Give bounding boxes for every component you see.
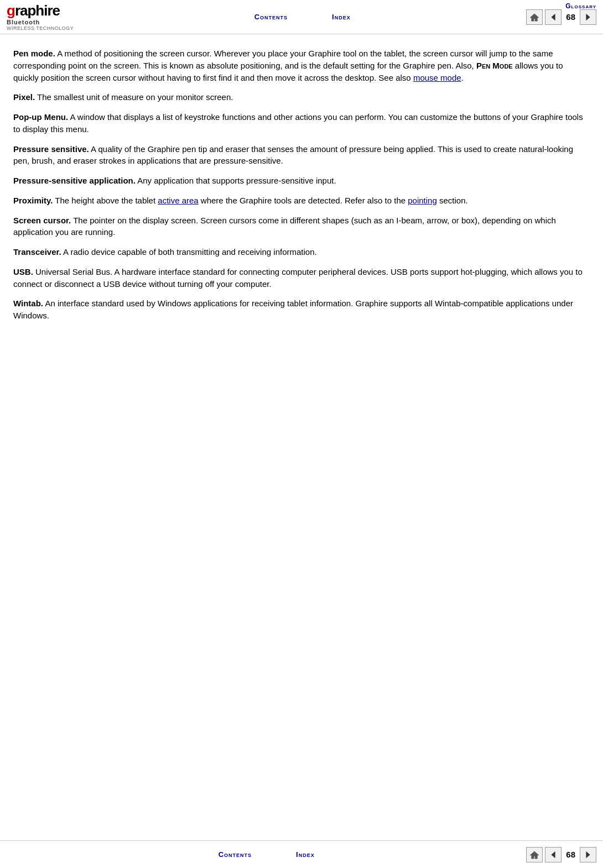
svg-marker-5 bbox=[586, 851, 590, 858]
term-proximity: Proximity. bbox=[13, 196, 53, 205]
top-navigation: Glossary graphire Bluetooth WIRELESS TEC… bbox=[0, 0, 603, 34]
next-icon-bottom bbox=[583, 850, 593, 860]
nav-center: Contents Index bbox=[79, 13, 526, 21]
proximity-body1: The height above the tablet bbox=[55, 196, 158, 205]
logo-area: graphire Bluetooth WIRELESS TECHNOLOGY bbox=[7, 3, 79, 31]
svg-marker-1 bbox=[552, 13, 555, 20]
svg-marker-0 bbox=[530, 13, 539, 21]
term-transceiver: Transceiver. bbox=[13, 247, 61, 257]
pixel-body: The smallest unit of measure on your mon… bbox=[37, 92, 233, 102]
term-usb: USB. bbox=[13, 267, 33, 276]
pen-mode-body1: A method of positioning the screen curso… bbox=[13, 49, 553, 70]
svg-marker-3 bbox=[530, 851, 539, 859]
page-number-bottom: 68 bbox=[566, 850, 575, 859]
term-screen-cursor: Screen cursor. bbox=[13, 216, 71, 225]
pen-mode-body3: . bbox=[461, 73, 464, 82]
wintab-body: An interface standard used by Windows ap… bbox=[13, 299, 573, 320]
nav-index-top[interactable]: Index bbox=[332, 13, 351, 21]
entry-screen-cursor: Screen cursor. The pointer on the displa… bbox=[13, 215, 583, 239]
logo-bluetooth: Bluetooth bbox=[7, 19, 40, 25]
logo-g: g bbox=[7, 2, 15, 19]
pointing-link[interactable]: pointing bbox=[408, 196, 437, 205]
logo-text: graphire bbox=[7, 3, 60, 18]
entry-pen-mode: Pen mode. A method of positioning the sc… bbox=[13, 48, 583, 83]
proximity-body2: where the Graphire tools are detected. R… bbox=[199, 196, 408, 205]
term-pen-mode: Pen mode. bbox=[13, 49, 55, 58]
entry-transceiver: Transceiver. A radio device capable of b… bbox=[13, 246, 583, 258]
nav-contents-bottom[interactable]: Contents bbox=[219, 850, 252, 859]
entry-usb: USB. Universal Serial Bus. A hardware in… bbox=[13, 266, 583, 290]
prev-button-bottom[interactable] bbox=[545, 847, 562, 862]
mouse-mode-link[interactable]: mouse mode bbox=[413, 73, 461, 82]
prev-icon-bottom bbox=[548, 850, 558, 860]
term-pressure-sensitive-app: Pressure-sensitive application. bbox=[13, 176, 136, 185]
active-area-link[interactable]: active area bbox=[158, 196, 198, 205]
nav-index-bottom[interactable]: Index bbox=[296, 850, 315, 859]
entry-pressure-sensitive: Pressure sensitive. A quality of the Gra… bbox=[13, 143, 583, 168]
term-wintab: Wintab. bbox=[13, 299, 43, 308]
nav-contents-top[interactable]: Contents bbox=[254, 13, 288, 21]
term-popup-menu: Pop-up Menu. bbox=[13, 112, 68, 122]
svg-marker-2 bbox=[586, 13, 590, 20]
glossary-link[interactable]: Glossary bbox=[565, 2, 596, 10]
main-content: Pen mode. A method of positioning the sc… bbox=[0, 34, 603, 343]
prev-button[interactable] bbox=[545, 9, 562, 25]
bottom-nav-center: Contents Index bbox=[7, 850, 526, 859]
svg-marker-4 bbox=[552, 851, 555, 858]
bottom-navigation: Contents Index 68 bbox=[0, 840, 603, 868]
term-pressure-sensitive: Pressure sensitive. bbox=[13, 144, 89, 154]
entry-popup-menu: Pop-up Menu. A window that displays a li… bbox=[13, 111, 583, 135]
prev-icon bbox=[548, 12, 558, 22]
pressure-sensitive-app-body: Any application that supports pressure-s… bbox=[137, 176, 336, 185]
home-button-bottom[interactable] bbox=[526, 847, 543, 862]
entry-pixel: Pixel. The smallest unit of measure on y… bbox=[13, 91, 583, 103]
transceiver-body: A radio device capable of both transmitt… bbox=[63, 247, 317, 257]
entry-proximity: Proximity. The height above the tablet a… bbox=[13, 195, 583, 207]
home-icon bbox=[529, 12, 539, 22]
term-pixel: Pixel. bbox=[13, 92, 35, 102]
proximity-body3: section. bbox=[437, 196, 468, 205]
home-button[interactable] bbox=[526, 9, 543, 25]
next-button[interactable] bbox=[580, 9, 596, 25]
logo-rest: raphire bbox=[15, 2, 60, 19]
next-icon bbox=[583, 12, 593, 22]
page-number-top: 68 bbox=[566, 12, 575, 22]
usb-body: Universal Serial Bus. A hardware interfa… bbox=[13, 267, 583, 289]
popup-menu-body: A window that displays a list of keystro… bbox=[13, 112, 583, 134]
pressure-sensitive-body: A quality of the Graphire pen tip and er… bbox=[13, 144, 573, 166]
logo-tagline: WIRELESS TECHNOLOGY bbox=[7, 25, 74, 31]
entry-pressure-sensitive-app: Pressure-sensitive application. Any appl… bbox=[13, 175, 583, 187]
screen-cursor-body: The pointer on the display screen. Scree… bbox=[13, 216, 556, 237]
pen-mode-smallcaps: Pen Mode bbox=[476, 61, 513, 70]
next-button-bottom[interactable] bbox=[580, 847, 596, 862]
nav-right: 68 bbox=[526, 9, 596, 25]
bottom-nav-right: 68 bbox=[526, 847, 596, 862]
entry-wintab: Wintab. An interface standard used by Wi… bbox=[13, 297, 583, 322]
home-icon-bottom bbox=[529, 850, 539, 860]
